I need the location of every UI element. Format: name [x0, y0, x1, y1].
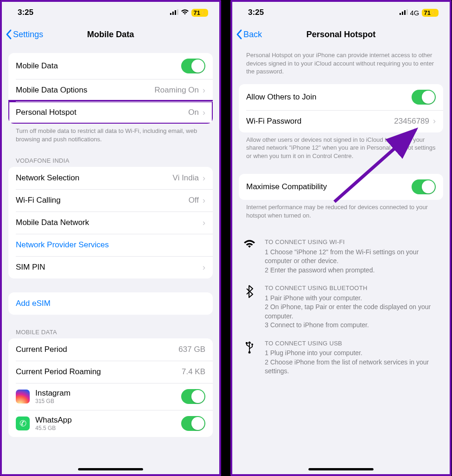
signal-icon	[170, 8, 178, 17]
whatsapp-icon: ✆	[16, 416, 30, 430]
screenshot-mobile-data: 3:25 71⚡ Settings Mobile Data Mobile Dat…	[0, 0, 221, 476]
back-button[interactable]: Settings	[6, 29, 43, 40]
group-header: MOBILE DATA	[8, 329, 213, 338]
nav-bar: Settings Mobile Data	[2, 23, 219, 46]
row-mobile-data-network[interactable]: Mobile Data Network ›	[8, 212, 213, 234]
svg-rect-3	[177, 9, 178, 15]
info-usb: TO CONNECT USING USB 1 Plug iPhone into …	[232, 335, 450, 381]
toggle-instagram[interactable]	[181, 389, 205, 404]
nav-title: Personal Hotspot	[232, 30, 450, 40]
nav-bar: Back Personal Hotspot	[232, 23, 450, 46]
svg-point-10	[251, 344, 253, 345]
svg-rect-9	[246, 342, 248, 344]
row-app-instagram[interactable]: Instagram 315 GB	[8, 383, 213, 410]
row-mobile-data-options[interactable]: Mobile Data Options Roaming On ›	[8, 79, 213, 101]
battery-indicator: 71⚡	[191, 9, 208, 17]
toggle-whatsapp[interactable]	[181, 416, 205, 431]
bluetooth-icon	[242, 284, 256, 330]
signal-icon	[400, 8, 408, 17]
svg-rect-4	[400, 13, 401, 15]
back-button[interactable]: Back	[236, 29, 262, 40]
row-wifi-calling[interactable]: Wi-Fi Calling Off ›	[8, 189, 213, 212]
svg-rect-0	[170, 13, 171, 15]
toggle-maximise[interactable]	[412, 179, 436, 194]
wifi-icon	[181, 8, 189, 17]
status-bar: 3:25 4G 71⚡	[232, 2, 450, 23]
row-mobile-data[interactable]: Mobile Data	[8, 53, 213, 79]
svg-rect-1	[172, 12, 174, 15]
row-wifi-password[interactable]: Wi-Fi Password 23456789 ›	[239, 110, 443, 132]
wifi-icon	[242, 238, 256, 275]
screenshot-personal-hotspot: 3:25 4G 71⚡ Back Personal Hotspot Person…	[230, 0, 452, 476]
intro-text: Personal Hotspot on your iPhone can prov…	[239, 51, 443, 76]
battery-indicator: 71⚡	[422, 9, 439, 17]
row-current-period-roaming: Current Period Roaming 7.4 KB	[8, 361, 213, 383]
row-network-provider-services[interactable]: Network Provider Services	[8, 234, 213, 256]
home-indicator[interactable]	[308, 468, 373, 470]
usb-icon	[242, 339, 256, 376]
home-indicator[interactable]	[78, 468, 143, 470]
network-type: 4G	[410, 9, 419, 17]
row-network-selection[interactable]: Network Selection Vi India ›	[8, 167, 213, 189]
row-allow-others[interactable]: Allow Others to Join	[239, 84, 443, 110]
svg-rect-5	[402, 12, 403, 15]
chevron-right-icon: ›	[203, 218, 205, 228]
toggle-mobile-data[interactable]	[181, 59, 205, 73]
toggle-allow-others[interactable]	[412, 90, 436, 105]
chevron-right-icon: ›	[203, 86, 205, 95]
group-footer: Internet performance may be reduced for …	[239, 200, 443, 219]
svg-rect-7	[406, 9, 408, 15]
status-time: 3:25	[18, 8, 33, 17]
info-wifi: TO CONNECT USING WI-FI 1 Choose "iPhone …	[232, 233, 450, 279]
group-footer: Allow other users or devices not signed …	[239, 132, 443, 160]
row-app-whatsapp[interactable]: ✆ WhatsApp 45.5 GB	[8, 410, 213, 437]
status-bar: 3:25 71⚡	[2, 2, 219, 23]
chevron-right-icon: ›	[203, 263, 205, 272]
svg-rect-6	[404, 10, 406, 15]
svg-rect-2	[175, 10, 176, 15]
row-add-esim[interactable]: Add eSIM	[8, 292, 213, 315]
svg-point-8	[249, 351, 251, 353]
row-personal-hotspot[interactable]: Personal Hotspot On ›	[8, 101, 213, 124]
chevron-right-icon: ›	[203, 196, 205, 205]
group-footer: Turn off mobile data to restrict all dat…	[8, 124, 213, 143]
status-time: 3:25	[248, 8, 264, 17]
chevron-right-icon: ›	[203, 173, 205, 183]
info-bluetooth: TO CONNECT USING BLUETOOTH 1 Pair iPhone…	[232, 279, 450, 335]
row-sim-pin[interactable]: SIM PIN ›	[8, 256, 213, 278]
row-maximise-compatibility[interactable]: Maximise Compatibility	[239, 174, 443, 200]
chevron-right-icon: ›	[433, 116, 436, 126]
chevron-right-icon: ›	[203, 108, 205, 118]
instagram-icon	[16, 390, 30, 403]
row-current-period: Current Period 637 GB	[8, 338, 213, 361]
group-header: VODAFONE INDIA	[8, 157, 213, 167]
